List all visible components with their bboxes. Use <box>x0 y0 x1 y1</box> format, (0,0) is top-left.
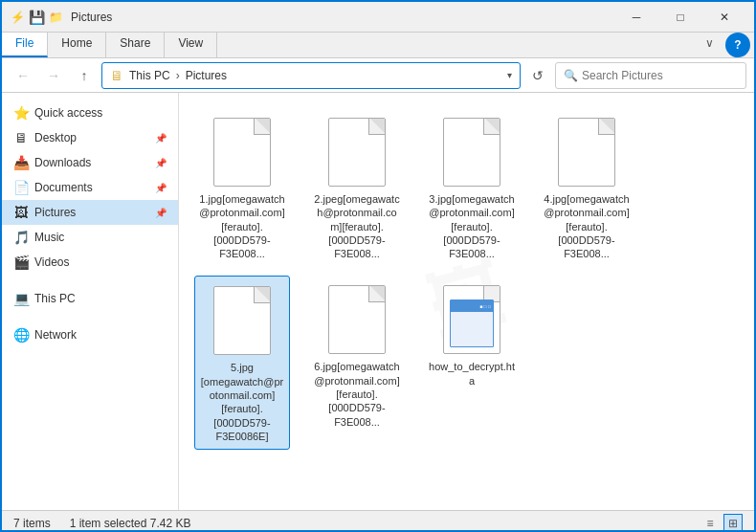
search-icon: 🔍 <box>564 69 578 82</box>
content-area: 🖼 1.jpg[omegawatch@protonmail.com][ferau… <box>179 93 754 510</box>
file-item-3[interactable]: 3.jpg[omegawatch@protonmail.com][ferauto… <box>424 108 520 266</box>
file-name-1: 1.jpg[omegawatch@protonmail.com][ferauto… <box>198 192 286 260</box>
desktop-pin-icon: 📌 <box>155 133 167 144</box>
sidebar-quick-access: ⭐ Quick access <box>2 100 178 125</box>
folder-icon: 📁 <box>48 11 63 24</box>
network-icon: 🌐 <box>13 327 29 343</box>
sidebar-this-pc-label: This PC <box>34 292 76 305</box>
file-name-5: 5.jpg [omegawatch@protonmail.com] [ferau… <box>199 361 285 443</box>
sidebar-item-pictures[interactable]: 🖼 Pictures 📌 <box>2 200 178 225</box>
file-item-6[interactable]: 6.jpg[omegawatch@protonmail.com][ferauto… <box>309 276 405 450</box>
window-controls: ─ □ ✕ <box>614 2 746 33</box>
sidebar: ⭐ Quick access 🖥 Desktop 📌 📥 Downloads 📌… <box>2 93 179 510</box>
status-bar: 7 items 1 item selected 7.42 KB ≡ ⊞ <box>2 510 754 532</box>
pictures-icon: 🖼 <box>13 205 29 220</box>
sidebar-item-downloads[interactable]: 📥 Downloads 📌 <box>2 150 178 175</box>
file-icon-2 <box>323 114 390 190</box>
search-box[interactable]: 🔍 <box>555 62 746 89</box>
ribbon-collapse-button[interactable]: ∨ <box>698 33 722 57</box>
sidebar-network-label: Network <box>34 328 77 342</box>
music-icon: 🎵 <box>13 230 29 245</box>
minimize-button[interactable]: ─ <box>614 2 658 33</box>
documents-icon: 📄 <box>13 180 29 195</box>
sidebar-music-label: Music <box>34 231 64 244</box>
file-item-1[interactable]: 1.jpg[omegawatch@protonmail.com][ferauto… <box>194 108 290 266</box>
list-view-button[interactable]: ≡ <box>700 514 720 533</box>
selected-info: 1 item selected 7.42 KB <box>70 517 191 530</box>
title-bar-icons: ⚡ 💾 📁 <box>10 11 63 24</box>
main-area: ⭐ Quick access 🖥 Desktop 📌 📥 Downloads 📌… <box>2 93 754 510</box>
save-icon: 💾 <box>29 11 44 24</box>
sidebar-downloads-label: Downloads <box>34 156 91 169</box>
empty-slot <box>654 108 749 266</box>
forward-button[interactable]: → <box>40 62 67 89</box>
sidebar-pictures-label: Pictures <box>34 206 76 219</box>
downloads-pin-icon: 📌 <box>155 158 167 168</box>
file-item-5[interactable]: 5.jpg [omegawatch@protonmail.com] [ferau… <box>194 276 290 450</box>
documents-pin-icon: 📌 <box>155 183 167 193</box>
file-icon-3 <box>438 114 505 190</box>
generic-file-icon-4 <box>558 118 615 187</box>
back-button[interactable]: ← <box>10 62 36 89</box>
generic-file-icon-1 <box>213 118 271 187</box>
file-item-4[interactable]: 4.jpg[omegawatch@protonmail.com][ferauto… <box>539 108 634 266</box>
path-separator: › <box>176 69 180 82</box>
sidebar-desktop-label: Desktop <box>34 131 77 144</box>
path-pictures: Pictures <box>186 69 227 82</box>
address-path[interactable]: 🖥 This PC › Pictures ▾ <box>101 62 521 89</box>
file-icon-5 <box>209 282 276 359</box>
sidebar-quick-access-label: Quick access <box>34 106 102 120</box>
tab-home[interactable]: Home <box>48 33 106 57</box>
help-button[interactable]: ? <box>725 33 750 57</box>
generic-file-icon-6 <box>328 285 386 354</box>
sidebar-item-network[interactable]: 🌐 Network <box>2 322 178 347</box>
pictures-pin-icon: 📌 <box>155 208 167 218</box>
view-controls: ≡ ⊞ <box>700 514 743 533</box>
ribbon-tabs: File Home Share View ∨ ? <box>2 33 754 57</box>
file-name-3: 3.jpg[omegawatch@protonmail.com][ferauto… <box>428 192 516 260</box>
file-icon-hta <box>438 281 505 358</box>
sidebar-item-this-pc[interactable]: 💻 This PC <box>2 286 178 311</box>
window-title: Pictures <box>71 11 614 24</box>
tab-view[interactable]: View <box>165 33 217 57</box>
file-name-hta: how_to_decrypt.hta <box>428 360 516 388</box>
search-input[interactable] <box>582 69 738 82</box>
icon-view-button[interactable]: ⊞ <box>723 514 743 533</box>
up-button[interactable]: ↑ <box>71 62 98 89</box>
hta-file-icon <box>443 285 500 354</box>
tab-file[interactable]: File <box>2 33 48 57</box>
sidebar-item-documents[interactable]: 📄 Documents 📌 <box>2 175 178 200</box>
path-this-pc-icon: 🖥 <box>110 68 123 83</box>
file-item-hta[interactable]: how_to_decrypt.hta <box>424 276 520 450</box>
title-bar: ⚡ 💾 📁 Pictures ─ □ ✕ <box>2 2 754 33</box>
maximize-button[interactable]: □ <box>658 2 702 33</box>
quick-access-icon: ⚡ <box>10 11 25 24</box>
path-this-pc: This PC <box>129 69 170 82</box>
file-icon-1 <box>209 114 276 190</box>
this-pc-icon: 💻 <box>13 291 29 306</box>
path-dropdown-icon[interactable]: ▾ <box>507 70 512 80</box>
close-button[interactable]: ✕ <box>702 2 746 33</box>
file-name-2: 2.jpeg[omegawatch@protonmail.com][feraut… <box>313 192 401 260</box>
sidebar-item-music[interactable]: 🎵 Music <box>2 225 178 250</box>
quick-access-star-icon: ⭐ <box>13 105 29 121</box>
sidebar-item-videos[interactable]: 🎬 Videos <box>2 250 178 275</box>
hta-inner-icon <box>450 299 494 347</box>
sidebar-documents-label: Documents <box>34 181 93 194</box>
sidebar-videos-label: Videos <box>34 255 69 269</box>
generic-file-icon-2 <box>328 118 386 187</box>
generic-file-icon-3 <box>443 118 500 187</box>
file-item-2[interactable]: 2.jpeg[omegawatch@protonmail.com][feraut… <box>309 108 405 266</box>
generic-file-icon-5 <box>213 286 271 355</box>
videos-icon: 🎬 <box>13 255 29 270</box>
item-count: 7 items <box>13 517 51 530</box>
tab-share[interactable]: Share <box>106 33 165 57</box>
file-name-6: 6.jpg[omegawatch@protonmail.com][ferauto… <box>313 360 401 428</box>
sidebar-item-desktop[interactable]: 🖥 Desktop 📌 <box>2 125 178 150</box>
file-icon-6 <box>323 281 390 358</box>
files-grid: 1.jpg[omegawatch@protonmail.com][ferauto… <box>194 108 739 450</box>
refresh-button[interactable]: ↺ <box>524 62 551 89</box>
ribbon: File Home Share View ∨ ? <box>2 33 754 58</box>
file-name-4: 4.jpg[omegawatch@protonmail.com][ferauto… <box>543 192 631 260</box>
downloads-icon: 📥 <box>13 155 29 170</box>
